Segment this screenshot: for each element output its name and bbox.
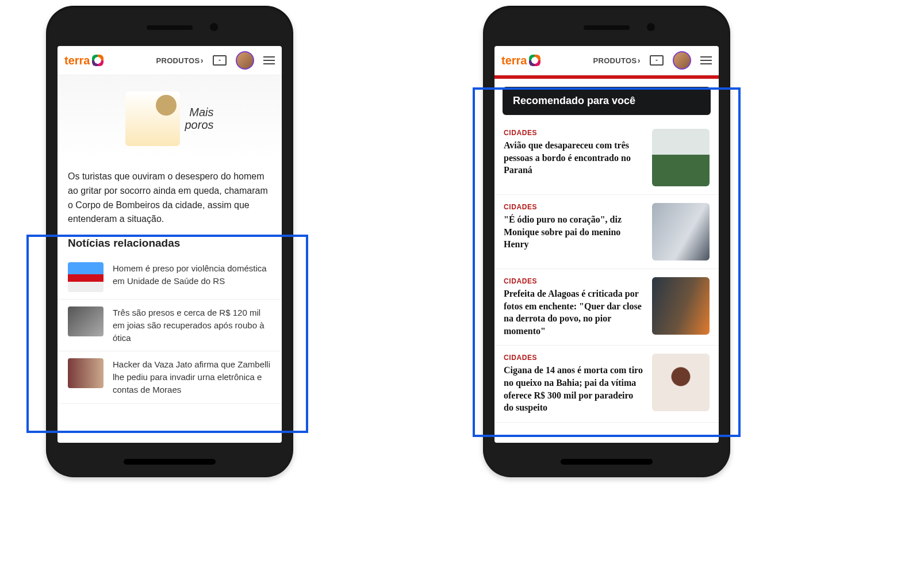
mail-icon[interactable] [650, 55, 664, 66]
logo-icon [529, 55, 540, 66]
related-item[interactable]: Três são presos e cerca de R$ 120 mil em… [57, 300, 282, 351]
recommended-list: CIDADES Avião que desapareceu com três p… [494, 121, 719, 423]
logo-icon [92, 55, 103, 66]
phone-speaker [584, 25, 630, 30]
recommended-item[interactable]: CIDADES Avião que desapareceu com três p… [494, 121, 719, 195]
produtos-link[interactable]: PRODUTOS › [156, 56, 204, 65]
ad-text: Mais poros [185, 106, 213, 131]
hamburger-menu-icon[interactable] [263, 56, 275, 64]
phone-mockup-left: terra PRODUTOS › Mais poros Os turistas … [46, 6, 293, 477]
recommended-title: Cigana de 14 anos é morta com tiro no qu… [504, 364, 644, 413]
recommended-category: CIDADES [504, 277, 644, 285]
recommended-thumb [652, 129, 710, 186]
produtos-link[interactable]: PRODUTOS › [593, 56, 641, 65]
phone-home-bar [124, 459, 216, 465]
logo-text: terra [64, 54, 90, 67]
recommended-thumb [652, 277, 710, 335]
phone-speaker [147, 25, 193, 30]
recommended-title: "É ódio puro no coração", diz Monique so… [504, 213, 644, 251]
phone-home-bar [561, 459, 653, 465]
avatar[interactable] [673, 51, 691, 70]
avatar[interactable] [236, 51, 254, 70]
ad-product-image [125, 91, 180, 146]
chevron-right-icon: › [638, 56, 641, 66]
screen-left: terra PRODUTOS › Mais poros Os turistas … [57, 46, 282, 443]
recommended-heading: Recomendado para você [503, 87, 711, 115]
chevron-right-icon: › [201, 56, 204, 66]
related-item[interactable]: Homem é preso por violência doméstica em… [57, 255, 282, 300]
recommended-thumb [652, 354, 710, 411]
related-item[interactable]: Hacker da Vaza Jato afirma que Zambelli … [57, 351, 282, 403]
recommended-title: Avião que desapareceu com três pessoas a… [504, 139, 644, 177]
related-title: Hacker da Vaza Jato afirma que Zambelli … [113, 358, 271, 396]
terra-logo[interactable]: terra [64, 54, 103, 67]
screen-right: terra PRODUTOS › Recomendado para você C… [494, 46, 719, 443]
related-thumb [68, 306, 103, 336]
article-body-paragraph: Os turistas que ouviram o desespero do h… [57, 162, 282, 235]
hamburger-menu-icon[interactable] [700, 56, 712, 64]
recommended-title: Prefeita de Alagoas é criticada por foto… [504, 288, 644, 337]
recommended-item[interactable]: CIDADES Cigana de 14 anos é morta com ti… [494, 346, 719, 422]
related-thumb [68, 262, 103, 292]
related-title: Três são presos e cerca de R$ 120 mil em… [113, 306, 271, 344]
recommended-thumb [652, 203, 710, 260]
phone-camera [210, 23, 218, 31]
site-header: terra PRODUTOS › [57, 46, 282, 75]
recommended-category: CIDADES [504, 354, 644, 362]
section-accent-bar [494, 75, 719, 79]
recommended-category: CIDADES [504, 203, 644, 211]
site-header: terra PRODUTOS › [494, 46, 719, 75]
related-title: Homem é preso por violência doméstica em… [113, 262, 271, 292]
phone-mockup-right: terra PRODUTOS › Recomendado para você C… [483, 6, 730, 477]
ad-banner[interactable]: Mais poros [57, 75, 282, 162]
mail-icon[interactable] [213, 55, 227, 66]
related-heading: Notícias relacionadas [68, 237, 271, 250]
related-thumb [68, 358, 103, 388]
recommended-item[interactable]: CIDADES Prefeita de Alagoas é criticada … [494, 269, 719, 346]
terra-logo[interactable]: terra [501, 54, 540, 67]
recommended-category: CIDADES [504, 129, 644, 137]
logo-text: terra [501, 54, 527, 67]
recommended-item[interactable]: CIDADES "É ódio puro no coração", diz Mo… [494, 195, 719, 269]
related-news-section: Notícias relacionadas Homem é preso por … [57, 237, 282, 404]
phone-camera [647, 23, 655, 31]
